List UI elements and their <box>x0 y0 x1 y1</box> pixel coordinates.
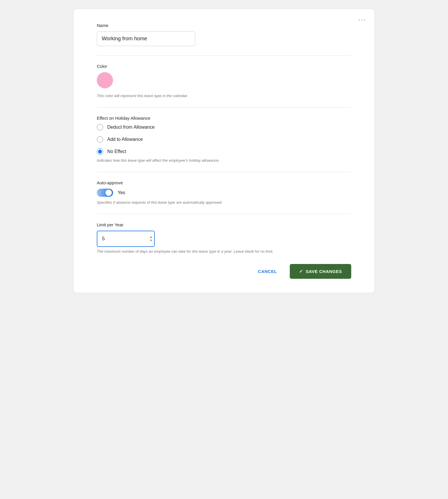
limit-label: Limit per Year <box>97 222 351 227</box>
actions-row: CANCEL ✓ SAVE CHANGES <box>97 264 351 279</box>
color-label: Color <box>97 64 351 69</box>
auto-approve-toggle[interactable] <box>97 189 113 197</box>
limit-section: Limit per Year ▲ ▼ The maximum number of… <box>97 222 351 254</box>
name-section: Name <box>97 23 351 46</box>
more-menu-icon: ··· <box>358 16 366 23</box>
spinner-down-button[interactable]: ▼ <box>150 239 152 242</box>
color-helper-text: This color will represent this leave typ… <box>97 94 351 98</box>
holiday-allowance-label: Effect on Holiday Allowance <box>97 116 351 121</box>
divider-2 <box>97 107 351 108</box>
radio-item-add[interactable]: Add to Allowance <box>97 136 351 143</box>
auto-approve-helper-text: Specifies if absence requests of this le… <box>97 200 351 205</box>
auto-approve-toggle-label: Yes <box>118 190 125 195</box>
holiday-allowance-section: Effect on Holiday Allowance Deduct from … <box>97 116 351 163</box>
spinner-buttons: ▲ ▼ <box>150 236 152 242</box>
color-picker-button[interactable] <box>97 72 113 88</box>
toggle-row: Yes <box>97 189 351 197</box>
divider-4 <box>97 214 351 214</box>
save-button[interactable]: ✓ SAVE CHANGES <box>290 264 351 279</box>
radio-add-label: Add to Allowance <box>107 137 143 142</box>
spinner-up-button[interactable]: ▲ <box>150 236 152 238</box>
radio-group-allowance: Deduct from Allowance Add to Allowance N… <box>97 124 351 155</box>
radio-deduct-label: Deduct from Allowance <box>107 125 155 130</box>
toggle-slider <box>97 189 113 197</box>
radio-item-no-effect[interactable]: No Effect <box>97 148 351 155</box>
radio-add[interactable] <box>97 136 103 143</box>
name-label: Name <box>97 23 351 28</box>
radio-no-effect-label: No Effect <box>107 149 126 154</box>
name-input[interactable] <box>97 31 195 46</box>
auto-approve-section: Auto-approve Yes Specifies if absence re… <box>97 180 351 205</box>
save-check-icon: ✓ <box>299 269 303 274</box>
limit-input[interactable] <box>97 231 155 247</box>
divider-1 <box>97 55 351 56</box>
divider-3 <box>97 172 351 172</box>
cancel-button[interactable]: CANCEL <box>251 265 284 278</box>
limit-helper-text: The maximum number of days an employee c… <box>97 249 351 254</box>
radio-item-deduct[interactable]: Deduct from Allowance <box>97 124 351 130</box>
more-menu-button[interactable]: ··· <box>358 16 366 23</box>
save-button-label: SAVE CHANGES <box>306 269 342 274</box>
radio-no-effect[interactable] <box>97 148 103 155</box>
color-section: Color This color will represent this lea… <box>97 64 351 98</box>
holiday-allowance-helper-text: Indicates how this leave type will affec… <box>97 158 351 163</box>
form-card: ··· Name Color This color will represent… <box>73 9 375 293</box>
radio-deduct[interactable] <box>97 124 103 130</box>
auto-approve-label: Auto-approve <box>97 180 351 185</box>
limit-input-wrapper: ▲ ▼ <box>97 231 155 247</box>
